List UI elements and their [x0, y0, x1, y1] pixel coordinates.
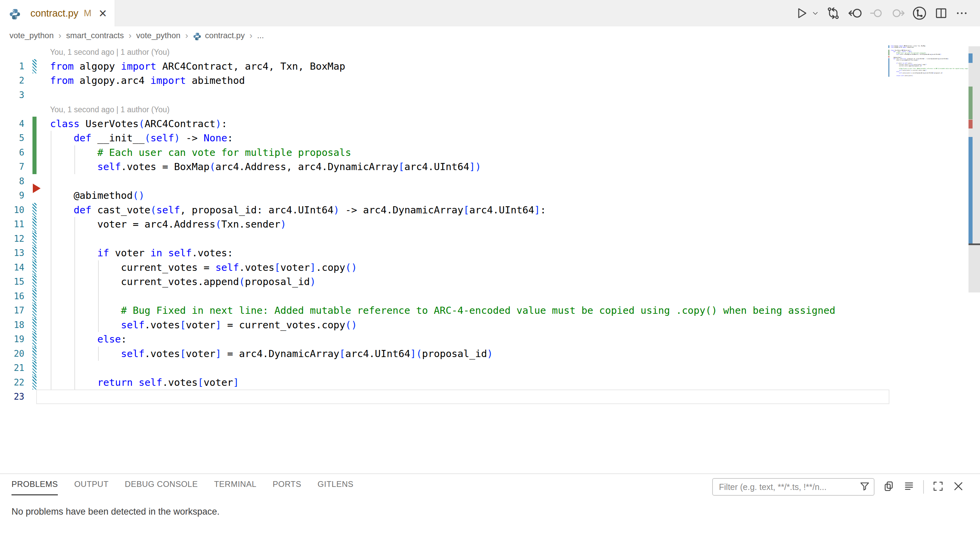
line-number[interactable]: 3 — [0, 88, 24, 102]
line-number[interactable]: 20 — [0, 347, 24, 361]
code-line-content[interactable]: self.votes = BoxMap(arc4.Address, arc4.D… — [50, 159, 481, 174]
gutter-modified-indicator[interactable] — [32, 289, 37, 304]
codelens-row[interactable]: You, 1 second ago | 1 author (You) — [0, 45, 980, 59]
gutter-modified-indicator[interactable] — [32, 217, 37, 232]
gutter-added-indicator[interactable] — [32, 131, 37, 145]
code-line-row[interactable]: 2from algopy.arc4 import abimethod — [0, 73, 980, 88]
code-line-row[interactable]: 4class UserVotes(ARC4Contract): — [0, 117, 980, 131]
code-line-content[interactable]: if voter in self.votes: — [50, 246, 233, 260]
codelens-row[interactable]: You, 1 second ago | 1 author (You) — [0, 102, 980, 117]
code-line-row[interactable]: 10 def cast_vote(self, proposal_id: arc4… — [0, 203, 980, 217]
line-number[interactable]: 10 — [0, 203, 24, 217]
panel-tab-gitlens[interactable]: GITLENS — [318, 479, 353, 495]
code-line-row[interactable]: 5 def __init__(self) -> None: — [0, 131, 980, 145]
code-line-content[interactable]: class UserVotes(ARC4Contract): — [50, 117, 227, 131]
line-number[interactable]: 15 — [0, 275, 24, 289]
gutter-modified-indicator[interactable] — [32, 376, 37, 390]
line-number[interactable]: 5 — [0, 131, 24, 145]
split-editor-icon[interactable] — [934, 6, 948, 21]
gutter-modified-indicator[interactable] — [32, 332, 37, 347]
line-number[interactable]: 8 — [0, 174, 24, 189]
gutter-added-indicator[interactable] — [32, 145, 37, 160]
line-number[interactable]: 9 — [0, 188, 24, 203]
code-line-content[interactable]: current_votes.append(proposal_id) — [50, 275, 316, 289]
code-line-content[interactable]: current_votes = self.votes[voter].copy() — [50, 260, 357, 275]
breadcrumb-item[interactable]: vote_python — [136, 31, 181, 40]
line-number[interactable]: 7 — [0, 159, 24, 174]
next-change-icon[interactable] — [890, 6, 905, 21]
line-number[interactable]: 14 — [0, 260, 24, 275]
code-line-content[interactable]: self.votes[voter] = current_votes.copy() — [50, 318, 357, 333]
gutter-added-indicator[interactable] — [32, 117, 37, 131]
tab-contract-py[interactable]: contract.py M × — [0, 0, 115, 26]
breadcrumb-item[interactable]: smart_contracts — [66, 31, 124, 40]
line-number[interactable]: 17 — [0, 303, 24, 318]
line-number[interactable]: 13 — [0, 246, 24, 260]
line-number[interactable]: 11 — [0, 217, 24, 232]
code-line-row[interactable]: 21 — [0, 361, 980, 376]
codelens-annotation[interactable]: You, 1 second ago | 1 author (You) — [50, 45, 169, 59]
panel-tab-terminal[interactable]: TERMINAL — [214, 479, 256, 495]
line-number[interactable]: 16 — [0, 289, 24, 304]
view-as-table-icon[interactable] — [883, 480, 895, 494]
code-line-row[interactable]: 1from algopy import ARC4Contract, arc4, … — [0, 59, 980, 74]
gutter-added-indicator[interactable] — [32, 159, 37, 174]
gutter-modified-indicator[interactable] — [32, 318, 37, 333]
code-line-row[interactable]: 22 return self.votes[voter] — [0, 376, 980, 390]
gutter-modified-indicator[interactable] — [32, 361, 37, 376]
line-number[interactable]: 12 — [0, 232, 24, 246]
previous-change-icon[interactable] — [869, 6, 884, 21]
minimap[interactable]: from algopy import ARC4Contract, arc4, T… — [888, 45, 968, 78]
close-panel-icon[interactable] — [952, 480, 964, 494]
code-line-content[interactable]: from algopy import ARC4Contract, arc4, T… — [50, 59, 345, 74]
vertical-scrollbar[interactable] — [969, 46, 980, 293]
code-line-row[interactable]: 9 @abimethod() — [0, 188, 980, 203]
line-number[interactable]: 22 — [0, 376, 24, 390]
line-number[interactable]: 23 — [0, 390, 24, 404]
gutter-modified-indicator[interactable] — [32, 347, 37, 361]
code-line-row[interactable]: 7 self.votes = BoxMap(arc4.Address, arc4… — [0, 159, 980, 174]
breadcrumb-item[interactable]: ... — [257, 31, 264, 40]
collapse-all-icon[interactable] — [903, 480, 915, 494]
code-line-content[interactable]: # Each user can vote for multiple propos… — [50, 145, 351, 160]
panel-tab-debug-console[interactable]: DEBUG CONSOLE — [125, 479, 198, 495]
code-line-row[interactable]: 6 # Each user can vote for multiple prop… — [0, 145, 980, 160]
code-line-content[interactable]: def __init__(self) -> None: — [50, 131, 233, 145]
gutter-modified-indicator[interactable] — [32, 260, 37, 275]
line-number[interactable]: 6 — [0, 145, 24, 160]
breadcrumb-item[interactable]: contract.py — [205, 31, 245, 40]
code-line-row[interactable]: 23 — [0, 390, 980, 404]
code-line-row[interactable]: 3 — [0, 88, 980, 102]
code-line-row[interactable]: 14 current_votes = self.votes[voter].cop… — [0, 260, 980, 275]
gutter-modified-indicator[interactable] — [32, 246, 37, 260]
run-python-file-button[interactable] — [794, 6, 808, 20]
maximize-panel-icon[interactable] — [932, 480, 944, 494]
code-line-content[interactable]: else: — [50, 332, 127, 347]
line-number[interactable]: 18 — [0, 318, 24, 333]
code-editor[interactable]: You, 1 second ago | 1 author (You)1from … — [0, 45, 980, 473]
code-line-row[interactable]: 15 current_votes.append(proposal_id) — [0, 275, 980, 289]
panel-tab-output[interactable]: OUTPUT — [74, 479, 108, 495]
code-line-row[interactable]: 16 — [0, 289, 980, 304]
code-line-row[interactable]: 8 — [0, 174, 980, 189]
code-line-content[interactable]: return self.votes[voter] — [50, 376, 239, 390]
line-number[interactable]: 4 — [0, 117, 24, 131]
code-line-content[interactable]: @abimethod() — [50, 188, 145, 203]
panel-tab-ports[interactable]: PORTS — [272, 479, 301, 495]
line-number[interactable]: 21 — [0, 361, 24, 376]
line-number[interactable]: 2 — [0, 73, 24, 88]
more-actions-icon[interactable] — [955, 6, 969, 20]
line-number[interactable]: 1 — [0, 59, 24, 74]
code-line-row[interactable]: 12 — [0, 232, 980, 246]
gutter-modified-indicator[interactable] — [32, 232, 37, 246]
code-line-content[interactable]: voter = arc4.Address(Txn.sender) — [50, 217, 286, 232]
code-line-content[interactable]: self.votes[voter] = arc4.DynamicArray[ar… — [50, 347, 493, 361]
code-line-content[interactable]: def cast_vote(self, proposal_id: arc4.UI… — [50, 203, 546, 217]
open-changes-icon[interactable] — [826, 6, 841, 21]
code-line-row[interactable]: 17 # Bug Fixed in next line: Added mutab… — [0, 303, 980, 318]
gutter-modified-indicator[interactable] — [32, 203, 37, 217]
code-line-row[interactable]: 19 else: — [0, 332, 980, 347]
gutter-modified-indicator[interactable] — [32, 303, 37, 318]
gutter-deleted-indicator[interactable] — [33, 184, 41, 193]
code-line-row[interactable]: 18 self.votes[voter] = current_votes.cop… — [0, 318, 980, 333]
